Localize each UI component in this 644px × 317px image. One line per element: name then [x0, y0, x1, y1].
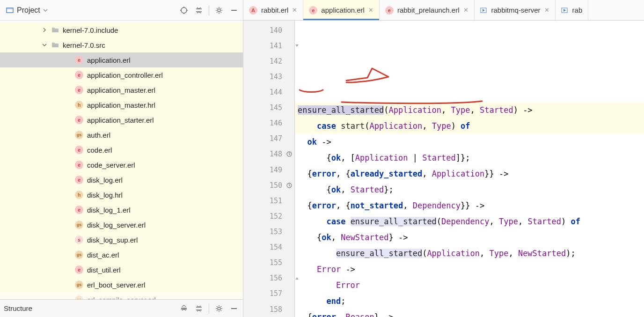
close-icon[interactable]: ✕ — [544, 7, 549, 14]
code-line[interactable]: ensure_all_started(Application, Type, Ne… — [295, 245, 644, 261]
file-type-icon: h — [75, 191, 83, 199]
editor-gutter[interactable]: 1401411421431441451461471481491501511521… — [243, 21, 295, 317]
gutter-line-number[interactable]: 157 — [243, 286, 294, 302]
tree-file[interactable]: eapplication_controller.erl — [0, 67, 243, 82]
code-line[interactable]: {ok, [Application | Started]}; — [295, 150, 644, 166]
gutter-line-number[interactable]: 145 — [243, 100, 294, 116]
file-type-icon: gs — [75, 221, 83, 229]
tree-file[interactable]: hdisk_log.hrl — [0, 187, 243, 202]
gear-icon[interactable] — [214, 5, 224, 15]
gutter-line-number[interactable]: 147 — [243, 131, 294, 147]
tree-folder-label: kernel-7.0.src — [63, 41, 105, 49]
editor-tab[interactable]: rab — [556, 0, 589, 20]
gutter-line-number[interactable]: 151 — [243, 193, 294, 208]
file-type-icon: e — [309, 6, 317, 15]
tree-file-label: code.erl — [87, 146, 112, 154]
file-type-icon: e — [75, 146, 83, 154]
project-tree[interactable]: kernel-7.0.includekernel-7.0.srceapplica… — [0, 21, 243, 299]
code-line[interactable]: ensure_all_started(Application, Type, St… — [295, 102, 644, 118]
code-line[interactable]: {ok, Started}; — [295, 182, 644, 198]
gear-icon[interactable] — [214, 303, 224, 314]
gutter-line-number[interactable]: 154 — [243, 240, 294, 255]
editor-tab[interactable]: rabbitmq-server✕ — [475, 0, 556, 20]
gutter-line-number[interactable]: 150 — [243, 177, 294, 193]
project-icon — [6, 6, 14, 15]
file-type-icon: e — [75, 56, 83, 64]
tree-folder[interactable]: kernel-7.0.include — [0, 22, 243, 37]
tree-file[interactable]: gsdist_ac.erl — [0, 247, 243, 262]
tree-file-label: code_server.erl — [87, 161, 135, 169]
run-icon — [561, 7, 569, 14]
code-line[interactable]: case ensure_all_started(Dependency, Type… — [295, 214, 644, 229]
editor-area[interactable]: 1401411421431441451461471481491501511521… — [243, 21, 644, 317]
editor-tab[interactable]: erabbit_prelaunch.erl✕ — [380, 0, 475, 20]
gutter-line-number[interactable]: 158 — [243, 302, 294, 317]
collapse-all-icon[interactable] — [194, 5, 204, 15]
code-line[interactable]: ok -> — [295, 134, 644, 150]
code-line[interactable]: Error -> — [295, 261, 644, 277]
tree-file[interactable]: gsdisk_log_server.erl — [0, 217, 243, 232]
code-line[interactable]: Error — [295, 277, 644, 293]
gutter-line-number[interactable]: 144 — [243, 84, 294, 100]
chevron-right-icon[interactable] — [42, 28, 51, 32]
tree-file-label: application_starter.erl — [87, 116, 154, 124]
editor-tab[interactable]: eapplication.erl✕ — [303, 0, 380, 20]
file-type-icon: gs — [75, 251, 83, 259]
gutter-line-number[interactable]: 148 — [243, 147, 294, 162]
code-line[interactable]: end; — [295, 293, 644, 309]
close-icon[interactable]: ✕ — [463, 7, 468, 14]
code-line[interactable]: {ok, NewStarted} -> — [295, 229, 644, 245]
tree-file-label: disk_log_sup.erl — [87, 236, 138, 244]
tree-file[interactable]: ecode_server.erl — [0, 157, 243, 172]
editor-tab[interactable]: Arabbit.erl✕ — [243, 0, 303, 20]
file-type-icon: e — [75, 206, 83, 214]
gutter-line-number[interactable]: 142 — [243, 53, 294, 69]
project-selector[interactable]: Project — [4, 5, 50, 15]
code-line[interactable]: {error, Reason} -> — [295, 309, 644, 317]
close-icon[interactable]: ✕ — [292, 7, 297, 14]
tree-file[interactable]: edisk_log_1.erl — [0, 202, 243, 217]
code-line[interactable]: case start(Application, Type) of — [295, 118, 644, 134]
project-title: Project — [17, 6, 40, 15]
tree-file[interactable]: ecode.erl — [0, 142, 243, 157]
folder-icon — [51, 25, 60, 35]
tree-file[interactable]: eapplication_starter.erl — [0, 112, 243, 127]
code-area[interactable]: ensure_all_started(Application, Type, St… — [295, 21, 644, 317]
tree-file[interactable]: gserl_boot_server.erl — [0, 277, 243, 292]
tree-file[interactable]: gsauth.erl — [0, 127, 243, 142]
gutter-line-number[interactable]: 156 — [243, 271, 294, 286]
gutter-line-number[interactable]: 149 — [243, 162, 294, 177]
tree-file[interactable]: edist_util.erl — [0, 262, 243, 277]
close-icon[interactable]: ✕ — [368, 7, 373, 14]
code-line[interactable]: {error, {not_started, Dependency}} -> — [295, 198, 644, 214]
gutter-line-number[interactable]: 153 — [243, 224, 294, 239]
gutter-line-number[interactable]: 155 — [243, 255, 294, 271]
expand-all-icon[interactable] — [179, 303, 189, 314]
project-panel: Project — [0, 0, 243, 317]
locate-icon[interactable] — [179, 5, 189, 15]
tree-file[interactable]: happlication_master.hrl — [0, 97, 243, 112]
code-line[interactable] — [295, 86, 644, 102]
code-line[interactable]: {error, {already_started, Application}} … — [295, 166, 644, 182]
svg-point-9 — [218, 307, 220, 310]
gutter-line-number[interactable]: 143 — [243, 69, 294, 84]
tree-file[interactable]: gserl_compile_server.erl — [0, 292, 243, 299]
tree-file[interactable]: eapplication_master.erl — [0, 82, 243, 97]
gutter-line-number[interactable]: 152 — [243, 208, 294, 224]
recursive-icon — [286, 182, 293, 189]
gutter-line-number[interactable]: 141 — [243, 38, 294, 53]
file-type-icon: e — [75, 86, 83, 94]
minimize-icon[interactable] — [229, 303, 239, 314]
gutter-line-number[interactable]: 146 — [243, 116, 294, 131]
minimize-icon[interactable] — [229, 5, 239, 15]
recursive-icon — [286, 151, 293, 157]
tree-file-label: application_master.hrl — [87, 101, 155, 109]
tree-folder[interactable]: kernel-7.0.src — [0, 37, 243, 52]
tree-file[interactable]: edisk_log.erl — [0, 172, 243, 187]
chevron-down-icon[interactable] — [42, 43, 51, 47]
file-type-icon: gs — [75, 280, 83, 289]
gutter-line-number[interactable]: 140 — [243, 22, 294, 38]
tree-file[interactable]: eapplication.erl — [0, 52, 243, 67]
collapse-all-icon[interactable] — [194, 303, 204, 314]
tree-file[interactable]: sdisk_log_sup.erl — [0, 232, 243, 247]
